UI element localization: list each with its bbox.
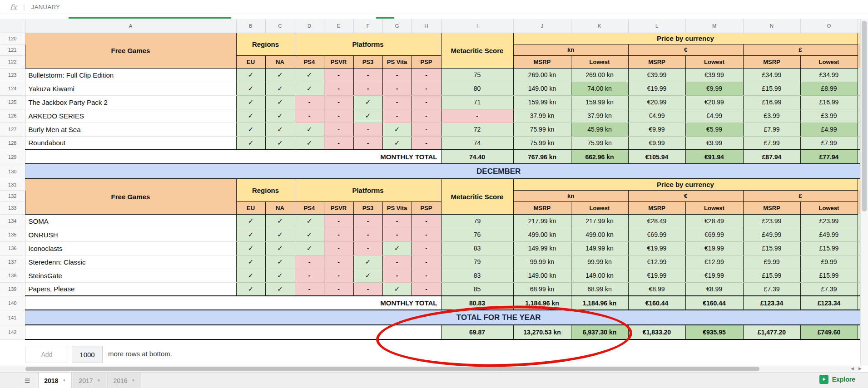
price-msrp-cell-2[interactable]: £1,477.20 (743, 325, 800, 339)
platform-check-cell[interactable]: ✓ (295, 228, 324, 241)
platform-check-cell[interactable]: - (324, 255, 353, 269)
game-name-cell-137[interactable]: Steredenn: Classic (25, 255, 236, 269)
region-check-cell[interactable]: ✓ (265, 269, 295, 282)
price-msrp-cell-2[interactable]: £34.99 (743, 68, 800, 82)
platform-check-cell[interactable]: - (382, 214, 412, 228)
price-msrp-cell-1[interactable]: €105.94 (628, 150, 685, 164)
platform-check-cell[interactable]: - (382, 82, 412, 95)
price-lowest-cell-2[interactable]: £34.99 (800, 68, 858, 82)
price-msrp-cell-1[interactable]: €28.49 (628, 214, 685, 228)
platform-check-cell[interactable]: ✓ (382, 123, 412, 136)
metacritic-score-cell-126[interactable]: - (441, 109, 513, 123)
row-header-123[interactable]: 123 (0, 68, 25, 82)
price-lowest-cell-2[interactable]: £7.39 (800, 282, 858, 296)
explore-icon[interactable]: ✦ (819, 375, 828, 384)
row-header-132[interactable]: 132 (0, 190, 25, 201)
platform-check-cell[interactable]: - (353, 282, 382, 296)
price-lowest-cell-2[interactable]: £7.99 (800, 136, 858, 150)
price-lowest-cell-1[interactable]: €19.99 (685, 269, 743, 282)
column-header-I[interactable]: I (441, 19, 513, 33)
price-lowest-cell-0[interactable]: 45.99 kn (571, 123, 628, 136)
currency-group-header-1[interactable]: € (628, 190, 743, 201)
price-lowest-cell-1[interactable]: €160.44 (685, 296, 743, 310)
price-lowest-cell-2[interactable]: £123.34 (800, 296, 858, 310)
monthly-total-label[interactable]: MONTHLY TOTAL (25, 150, 441, 164)
price-msrp-cell-0[interactable]: 1,184.96 kn (513, 296, 571, 310)
free-games-header[interactable]: Free Games (25, 179, 236, 214)
price-msrp-cell-2[interactable]: £23.99 (743, 214, 800, 228)
column-header-L[interactable]: L (628, 19, 685, 33)
row-header-134[interactable]: 134 (0, 214, 25, 228)
platform-check-cell[interactable]: - (324, 228, 353, 241)
price-column-header[interactable]: Lowest (685, 55, 743, 68)
price-lowest-cell-1[interactable]: €4.99 (685, 109, 743, 123)
price-msrp-cell-1[interactable]: €39.99 (628, 68, 685, 82)
platform-column-header[interactable]: PSVR (324, 55, 353, 68)
platform-column-header[interactable]: PSP (412, 201, 441, 214)
price-lowest-cell-2[interactable]: £77.94 (800, 150, 858, 164)
column-header-N[interactable]: N (743, 19, 800, 33)
metacritic-header[interactable]: Metacritic Score (441, 179, 513, 214)
price-msrp-cell-0[interactable]: 269.00 kn (513, 68, 571, 82)
column-header-M[interactable]: M (685, 19, 743, 33)
price-msrp-cell-1[interactable]: €19.99 (628, 241, 685, 255)
region-check-cell[interactable]: ✓ (265, 68, 295, 82)
platform-column-header[interactable]: PSP (412, 55, 441, 68)
platform-column-header[interactable]: PSVR (324, 201, 353, 214)
column-header-J[interactable]: J (513, 19, 571, 33)
row-header-141[interactable]: 141 (0, 310, 25, 325)
region-column-header[interactable]: NA (265, 201, 295, 214)
platform-column-header[interactable]: PS4 (295, 201, 324, 214)
price-lowest-cell-1[interactable]: €19.99 (685, 241, 743, 255)
sheet-tab-2018[interactable]: 2018▼ (38, 373, 72, 388)
formula-bar-value[interactable]: JANUARY (31, 4, 60, 10)
row-header-121[interactable]: 121 (0, 44, 25, 55)
price-lowest-cell-1[interactable]: €9.99 (685, 136, 743, 150)
platform-check-cell[interactable]: - (382, 228, 412, 241)
game-name-cell-126[interactable]: ARKEDO SERIES (25, 109, 236, 123)
row-header-140[interactable]: 140 (0, 296, 25, 310)
regions-header[interactable]: Regions (236, 179, 295, 201)
column-header-K[interactable]: K (571, 19, 628, 33)
currency-group-header-2[interactable]: £ (743, 44, 858, 55)
price-lowest-cell-0[interactable]: 499.00 kn (571, 228, 628, 241)
metacritic-score-cell-125[interactable]: 71 (441, 95, 513, 109)
price-msrp-cell-0[interactable]: 159.99 kn (513, 95, 571, 109)
price-lowest-cell-0[interactable]: 149.00 kn (571, 269, 628, 282)
price-lowest-cell-1[interactable]: €935.95 (685, 325, 743, 339)
region-check-cell[interactable]: ✓ (236, 214, 265, 228)
game-name-cell-125[interactable]: The Jackbox Party Pack 2 (25, 95, 236, 109)
platform-column-header[interactable]: PS Vita (382, 201, 412, 214)
row-header-122[interactable]: 122 (0, 55, 25, 68)
price-lowest-cell-2[interactable]: £749.60 (800, 325, 858, 339)
region-check-cell[interactable]: ✓ (236, 282, 265, 296)
region-check-cell[interactable]: ✓ (236, 109, 265, 123)
platform-check-cell[interactable]: ✓ (353, 109, 382, 123)
currency-group-header-2[interactable]: £ (743, 190, 858, 201)
platform-check-cell[interactable]: - (324, 95, 353, 109)
platform-check-cell[interactable]: - (324, 68, 353, 82)
region-check-cell[interactable]: ✓ (236, 123, 265, 136)
metacritic-score-cell-137[interactable]: 79 (441, 255, 513, 269)
regions-header[interactable]: Regions (236, 33, 295, 55)
price-lowest-cell-1[interactable]: €9.99 (685, 82, 743, 95)
row-header-138[interactable]: 138 (0, 269, 25, 282)
price-msrp-cell-1[interactable]: €9.99 (628, 123, 685, 136)
metacritic-score-cell-124[interactable]: 80 (441, 82, 513, 95)
column-header-H[interactable]: H (412, 19, 441, 33)
platform-check-cell[interactable]: - (353, 241, 382, 255)
price-lowest-cell-1[interactable]: €20.99 (685, 95, 743, 109)
row-header-125[interactable]: 125 (0, 95, 25, 109)
price-lowest-cell-1[interactable]: €39.99 (685, 68, 743, 82)
platform-check-cell[interactable]: - (412, 109, 441, 123)
currency-group-header-0[interactable]: kn (513, 190, 628, 201)
price-lowest-cell-1[interactable]: €69.99 (685, 228, 743, 241)
platform-check-cell[interactable]: - (412, 95, 441, 109)
platform-check-cell[interactable]: ✓ (295, 241, 324, 255)
platform-check-cell[interactable]: - (382, 109, 412, 123)
platform-check-cell[interactable]: - (382, 68, 412, 82)
price-lowest-cell-1[interactable]: €91.94 (685, 150, 743, 164)
region-check-cell[interactable]: ✓ (236, 136, 265, 150)
row-header-142[interactable]: 142 (0, 325, 25, 339)
platform-check-cell[interactable]: - (324, 241, 353, 255)
